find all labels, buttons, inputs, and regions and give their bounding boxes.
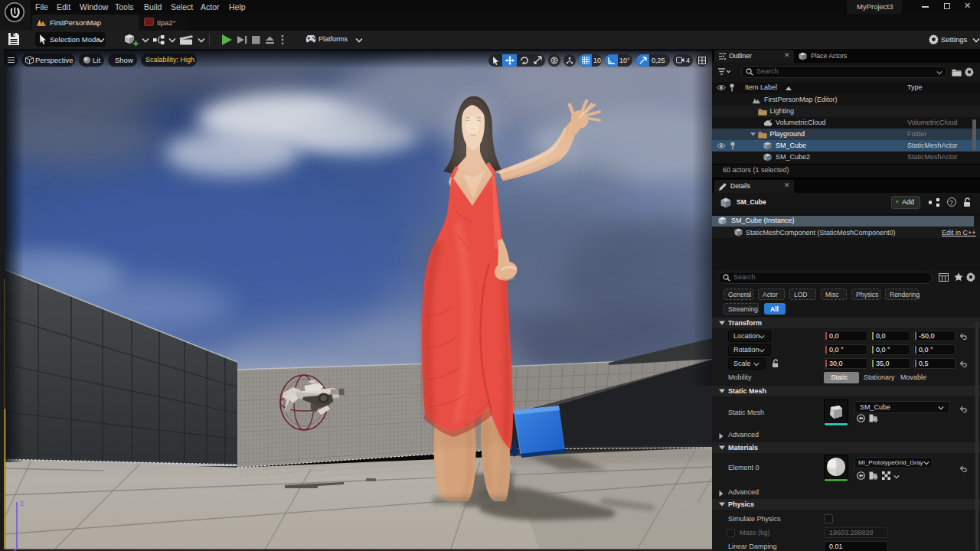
svg-text:2: 2 bbox=[20, 500, 24, 507]
